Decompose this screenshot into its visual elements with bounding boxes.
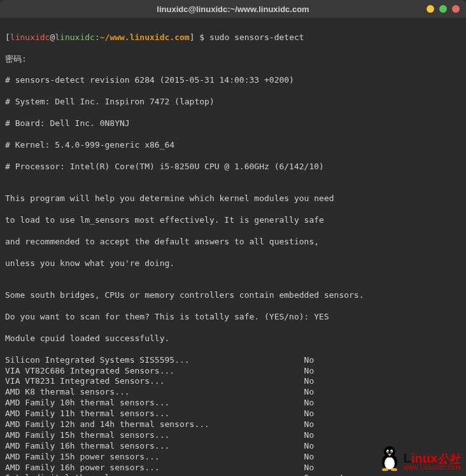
sensor-row: AMD K8 thermal sensors... No [5,387,461,398]
sensor-result: No [304,463,314,472]
output-line: Module cpuid loaded successfully. [5,333,461,344]
output-line: # sensors-detect revision 6284 (2015-05-… [5,75,461,86]
sensor-name: VIA VT82C686 Integrated Sensors... [5,366,304,375]
sensor-row: Silicon Integrated Systems SIS5595... No [5,355,461,366]
sensor-row: AMD Family 10h thermal sensors... No [5,398,461,409]
sensor-row: AMD Family 12h and 14h thermal sensors..… [5,419,461,430]
sensor-name: AMD Family 16h thermal sensors... [5,441,304,451]
window-titlebar: linuxidc@linuxidc:~/www.linuxidc.com [0,0,466,18]
sensor-row: AMD Family 15h thermal sensors... No [5,430,461,441]
sensor-result: Success! [304,473,344,476]
sensor-row: AMD Family 15h power sensors... No [5,452,461,463]
sensor-result: No [304,366,314,375]
output-line: # Kernel: 5.4.0-999-generic x86_64 [5,140,461,151]
sensor-result: No [304,441,314,451]
sensor-name: AMD Family 15h thermal sensors... [5,430,304,440]
sensor-name: Intel digital thermal sensor... [5,473,304,476]
sensor-name: AMD Family 15h power sensors... [5,452,304,461]
sensor-row: Intel digital thermal sensor... Success! [5,473,461,476]
sensor-result: No [304,430,314,440]
sensor-list: Silicon Integrated Systems SIS5595... No… [5,355,461,476]
sensor-result: No [304,376,314,386]
command-text: sudo sensors-detect [209,32,304,42]
close-button[interactable] [452,5,460,13]
output-line: Do you want to scan for them? This is to… [5,312,461,323]
sensor-result: No [304,452,314,461]
terminal-content[interactable]: [linuxidc@linuxidc:~/www.linuxidc.com] $… [0,18,466,476]
output-line: and recommended to accept the default an… [5,237,461,248]
sensor-result: No [304,398,314,407]
password-prompt: 密码: [5,54,461,65]
output-line: unless you know what you're doing. [5,258,461,269]
sensor-name: AMD Family 11h thermal sensors... [5,409,304,418]
sensor-row: AMD Family 16h power sensors... No [5,463,461,473]
maximize-button[interactable] [439,5,447,13]
sensor-name: Silicon Integrated Systems SIS5595... [5,355,304,365]
sensor-name: AMD Family 16h power sensors... [5,463,304,472]
output-line: This program will help you determine whi… [5,193,461,204]
sensor-name: VIA VT8231 Integrated Sensors... [5,376,304,386]
sensor-name: AMD Family 10h thermal sensors... [5,398,304,407]
sensor-result: No [304,409,314,418]
output-line: # Board: Dell Inc. 0N8YNJ [5,118,461,129]
sensor-name: AMD Family 12h and 14h thermal sensors..… [5,419,304,429]
prompt-line: [linuxidc@linuxidc:~/www.linuxidc.com] $… [5,32,461,43]
sensor-result: No [304,355,314,365]
sensor-name: AMD K8 thermal sensors... [5,387,304,396]
prompt-path: ~/www.linuxidc.com [100,32,190,42]
output-line: Some south bridges, CPUs or memory contr… [5,290,461,301]
sensor-row: AMD Family 16h thermal sensors... No [5,441,461,452]
prompt-user: linuxidc [10,32,50,42]
sensor-row: VIA VT8231 Integrated Sensors... No [5,376,461,387]
window-title: linuxidc@linuxidc:~/www.linuxidc.com [157,4,309,14]
sensor-result: No [304,387,314,396]
prompt-host: linuxidc [55,32,95,42]
sensor-row: VIA VT82C686 Integrated Sensors... No [5,366,461,377]
minimize-button[interactable] [427,5,434,13]
sensor-row: AMD Family 11h thermal sensors... No [5,409,461,419]
window-controls [427,5,460,13]
output-line: # System: Dell Inc. Inspiron 7472 (lapto… [5,97,461,108]
output-line: to load to use lm_sensors most effective… [5,215,461,226]
sensor-result: No [304,419,314,429]
output-line: # Processor: Intel(R) Core(TM) i5-8250U … [5,162,461,172]
